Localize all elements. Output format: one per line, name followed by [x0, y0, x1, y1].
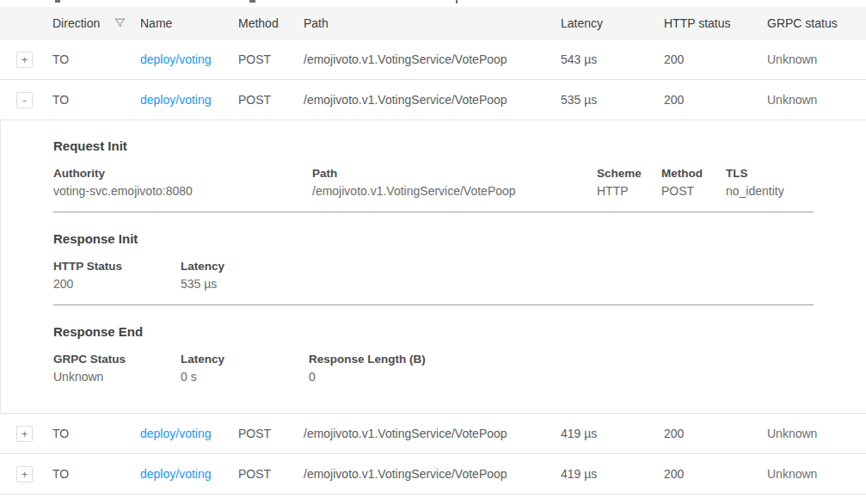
grpc-status-cell: Unknown [767, 52, 866, 66]
expand-cell: + [0, 52, 52, 68]
header-cell-latency: Latency [561, 16, 664, 30]
grpc-status-cell: Unknown [767, 467, 866, 481]
clipped-text-fragment [55, 0, 60, 3]
header-cell-path: Path [304, 16, 561, 30]
detail-field-value: no_identity [726, 182, 784, 200]
resource-link[interactable]: deploy/voting [140, 52, 212, 66]
resource-link[interactable]: deploy/voting [140, 427, 212, 440]
detail-field: GRPC Status Unknown [53, 351, 181, 386]
clipped-text-fragment [456, 0, 458, 3]
filter-icon[interactable] [114, 16, 126, 29]
expand-toggle-button[interactable]: + [16, 466, 33, 482]
header-cell-method: Method [238, 16, 304, 30]
column-header-label: Name [140, 16, 172, 30]
detail-field-label: Latency [181, 351, 298, 368]
name-cell: deploy/voting [140, 52, 238, 66]
table-row: + TO deploy/voting POST /emojivoto.v1.Vo… [0, 454, 866, 495]
table-row: - TO deploy/voting POST /emojivoto.v1.Vo… [0, 80, 866, 120]
detail-section: Response End GRPC Status Unknown Latency… [53, 324, 866, 413]
http-status-cell: 200 [664, 467, 767, 481]
grpc-status-cell: Unknown [767, 427, 866, 440]
direction-cell: TO [52, 427, 140, 440]
detail-field-label: Authority [53, 165, 302, 182]
grpc-status-cell: Unknown [767, 93, 866, 107]
detail-field-value: 200 [53, 275, 170, 293]
clipped-text-fragment [249, 0, 255, 3]
detail-field-label: Method [661, 165, 716, 182]
header-cell-http-status: HTTP status [664, 16, 767, 30]
column-header-label: HTTP status [664, 16, 731, 30]
latency-cell: 419 µs [561, 467, 664, 481]
http-status-cell: 200 [664, 93, 767, 107]
method-cell: POST [238, 427, 304, 440]
detail-field: Authority voting-svc.emojivoto:8080 [53, 165, 312, 200]
table-row: + TO deploy/voting POST /emojivoto.v1.Vo… [0, 414, 866, 454]
detail-field: Latency 0 s [181, 351, 309, 386]
tap-results-table: DirectionNameMethodPathLatencyHTTP statu… [0, 7, 866, 504]
detail-field-value: Unknown [53, 368, 170, 386]
detail-section-title: Response End [53, 324, 866, 339]
detail-field: Scheme HTTP [597, 165, 661, 200]
column-header-label: Method [238, 16, 279, 30]
header-cell-name: Name [140, 16, 238, 30]
latency-cell: 543 µs [561, 52, 664, 66]
table-body: + TO deploy/voting POST /emojivoto.v1.Vo… [0, 40, 866, 504]
detail-field: Method POST [661, 165, 726, 200]
column-header-label: Direction [52, 16, 100, 30]
detail-field-label: Path [312, 165, 587, 182]
detail-field: Response Length (B) 0 [309, 351, 436, 386]
column-header-label: GRPC status [767, 16, 838, 30]
column-header-label: Latency [561, 16, 603, 30]
detail-field-label: Response Length (B) [309, 351, 426, 368]
detail-fields: Authority voting-svc.emojivoto:8080 Path… [53, 165, 866, 200]
clipped-content-strip [0, 0, 866, 7]
resource-link[interactable]: deploy/voting [140, 467, 212, 481]
direction-cell: TO [52, 93, 140, 107]
detail-field-value: POST [661, 182, 716, 200]
expand-toggle-button[interactable]: + [16, 426, 33, 442]
detail-field-label: TLS [726, 165, 784, 182]
detail-field-value: 0 [309, 368, 426, 386]
detail-field-label: GRPC Status [53, 351, 170, 368]
detail-field: TLS no_identity [726, 165, 795, 200]
expand-cell: - [0, 92, 52, 108]
detail-section-title: Response Init [53, 231, 866, 246]
expanded-row-detail: Request Init Authority voting-svc.emojiv… [0, 120, 866, 414]
method-cell: POST [238, 52, 304, 66]
section-divider [53, 212, 814, 212]
http-status-cell: 200 [664, 52, 767, 66]
detail-field-value: 0 s [181, 368, 298, 386]
table-row: + TO deploy/voting POST /emojivoto.v1.Vo… [0, 40, 866, 80]
detail-section: Response Init HTTP Status 200 Latency 53… [53, 231, 866, 293]
detail-field-value: 535 µs [181, 275, 224, 293]
header-cell-direction: Direction [52, 16, 140, 30]
column-header-label: Path [304, 16, 329, 30]
expand-cell: + [0, 466, 52, 482]
detail-section-title: Request Init [53, 138, 866, 153]
detail-field: Path /emojivoto.v1.VotingService/VotePoo… [312, 165, 597, 200]
detail-field: Latency 535 µs [181, 258, 235, 293]
header-cell-grpc-status: GRPC status [767, 16, 866, 30]
direction-cell: TO [52, 52, 140, 66]
detail-field-value: /emojivoto.v1.VotingService/VotePoop [312, 182, 587, 200]
detail-field-value: voting-svc.emojivoto:8080 [53, 182, 302, 200]
latency-cell: 535 µs [561, 93, 664, 107]
latency-cell: 419 µs [561, 427, 664, 440]
detail-field-label: HTTP Status [53, 258, 170, 275]
name-cell: deploy/voting [140, 427, 238, 440]
table-row: + TO deploy/voting POST /emojivoto.v1.Vo… [0, 495, 866, 504]
path-cell: /emojivoto.v1.VotingService/VotePoop [304, 93, 561, 107]
expand-toggle-button[interactable]: - [16, 92, 33, 108]
method-cell: POST [238, 467, 304, 481]
name-cell: deploy/voting [140, 93, 238, 107]
expand-toggle-button[interactable]: + [16, 52, 33, 68]
detail-fields: GRPC Status Unknown Latency 0 s Response… [53, 351, 866, 386]
resource-link[interactable]: deploy/voting [140, 93, 212, 107]
expand-cell: + [0, 426, 52, 442]
detail-section: Request Init Authority voting-svc.emojiv… [53, 138, 866, 200]
path-cell: /emojivoto.v1.VotingService/VotePoop [304, 467, 561, 481]
detail-fields: HTTP Status 200 Latency 535 µs [53, 258, 866, 293]
path-cell: /emojivoto.v1.VotingService/VotePoop [304, 52, 561, 66]
http-status-cell: 200 [664, 427, 767, 440]
name-cell: deploy/voting [140, 467, 238, 481]
